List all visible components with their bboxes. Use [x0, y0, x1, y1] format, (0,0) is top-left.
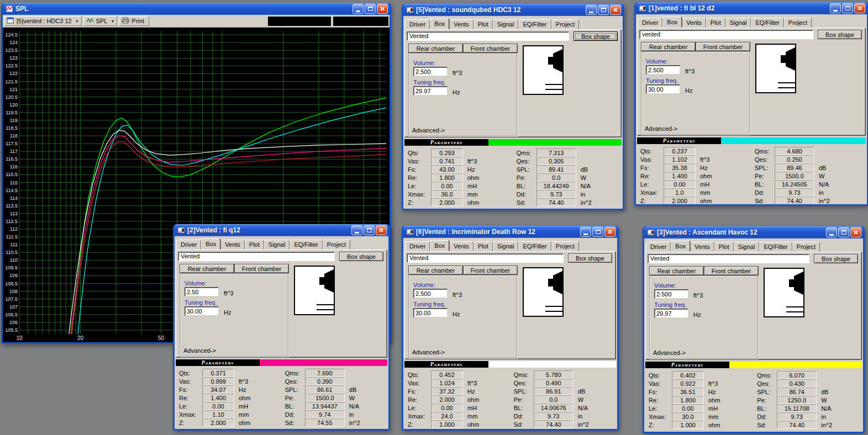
- tab-vents[interactable]: Vents: [449, 19, 474, 29]
- tab-driver[interactable]: Driver: [405, 19, 430, 29]
- tab-box[interactable]: Box: [430, 240, 449, 251]
- titlebar[interactable]: [6]Vented : Incriminator Death Row 12 ✕: [403, 226, 617, 238]
- print-button[interactable]: Print: [119, 16, 149, 26]
- tab-signal[interactable]: Signal: [734, 242, 760, 252]
- close-button[interactable]: ✕: [377, 4, 388, 14]
- tab-driver[interactable]: Driver: [176, 240, 201, 250]
- rear-chamber-button[interactable]: Rear chamber: [408, 44, 463, 53]
- titlebar[interactable]: [5]Vented : soundqubed HDC3 12 ✕: [403, 4, 623, 16]
- minimize-button[interactable]: [830, 3, 841, 13]
- parameter-row: Qts:0.237: [640, 147, 749, 155]
- titlebar[interactable]: [3]Vented : Ascendant Havoc 12 ✕: [644, 226, 863, 238]
- parameters-header: Parameters: [637, 137, 866, 144]
- tab-box[interactable]: Box: [201, 238, 220, 250]
- tab-eq-filter[interactable]: EQ/Filter: [751, 18, 783, 28]
- tab-signal[interactable]: Signal: [493, 241, 519, 251]
- maximize-icon: [596, 230, 601, 234]
- tuning-freq-input[interactable]: [413, 86, 448, 96]
- rear-chamber-button[interactable]: Rear chamber: [649, 266, 704, 275]
- volume-input[interactable]: [646, 65, 680, 75]
- close-button[interactable]: ✕: [850, 227, 861, 237]
- maximize-button[interactable]: [842, 3, 853, 13]
- minimize-button[interactable]: [586, 5, 597, 15]
- tab-project[interactable]: Project: [551, 241, 579, 251]
- tab-eq-filter[interactable]: EQ/Filter: [518, 241, 551, 251]
- box-shape-button[interactable]: Box shape: [818, 30, 862, 39]
- rear-chamber-button[interactable]: Rear chamber: [408, 266, 463, 275]
- tab-signal[interactable]: Signal: [264, 240, 290, 250]
- titlebar[interactable]: [2]Vented : fi q12 ✕: [175, 224, 388, 236]
- close-button[interactable]: ✕: [610, 5, 621, 15]
- box-type-field[interactable]: vented: [639, 30, 813, 39]
- tab-box[interactable]: Box: [430, 18, 449, 29]
- advanced-button[interactable]: Advanced->: [645, 125, 677, 132]
- tab-plot[interactable]: Plot: [714, 242, 734, 252]
- front-chamber-button[interactable]: Front chamber: [463, 44, 518, 53]
- advanced-button[interactable]: Advanced->: [653, 349, 686, 356]
- tab-eq-filter[interactable]: EQ/Filter: [518, 19, 551, 29]
- box-type-field[interactable]: Vented: [407, 253, 564, 263]
- maximize-button[interactable]: [838, 227, 849, 237]
- tab-vents[interactable]: Vents: [220, 240, 245, 250]
- box-type-field[interactable]: Vented: [178, 252, 335, 261]
- tab-plot[interactable]: Plot: [474, 241, 493, 251]
- volume-input[interactable]: [413, 67, 448, 76]
- box-shape-button[interactable]: Box shape: [814, 254, 858, 263]
- graph-type-dropdown[interactable]: SPL ▼: [83, 16, 118, 26]
- tab-signal[interactable]: Signal: [725, 18, 751, 28]
- maximize-button[interactable]: [365, 4, 376, 14]
- box-shape-button[interactable]: Box shape: [568, 253, 612, 263]
- minimize-button[interactable]: [351, 225, 362, 235]
- tab-vents[interactable]: Vents: [690, 242, 714, 252]
- box-type-field[interactable]: Vented: [648, 254, 809, 263]
- tab-vents[interactable]: Vents: [449, 241, 474, 251]
- tab-project[interactable]: Project: [792, 242, 820, 252]
- tab-driver[interactable]: Driver: [638, 18, 662, 28]
- minimize-button[interactable]: [826, 227, 837, 237]
- tab-plot[interactable]: Plot: [706, 18, 725, 28]
- maximize-button[interactable]: [364, 225, 375, 235]
- tab-eq-filter[interactable]: EQ/Filter: [759, 242, 792, 252]
- advanced-button[interactable]: Advanced->: [412, 127, 445, 134]
- box-shape-button[interactable]: Box shape: [339, 252, 383, 261]
- tab-vents[interactable]: Vents: [682, 18, 706, 28]
- close-button[interactable]: ✕: [604, 227, 616, 237]
- tuning-freq-input[interactable]: [646, 84, 680, 94]
- tab-box[interactable]: Box: [671, 241, 690, 252]
- volume-input[interactable]: [654, 289, 688, 299]
- advanced-button[interactable]: Advanced->: [412, 349, 445, 356]
- advanced-button[interactable]: Advanced->: [183, 347, 216, 354]
- maximize-button[interactable]: [598, 5, 609, 15]
- volume-input[interactable]: [413, 289, 448, 298]
- spl-titlebar[interactable]: SPL ✕: [3, 3, 390, 15]
- tab-driver[interactable]: Driver: [405, 241, 430, 251]
- box-shape-button[interactable]: Box shape: [574, 31, 618, 41]
- tab-eq-filter[interactable]: EQ/Filter: [290, 240, 322, 250]
- tuning-freq-input[interactable]: [654, 309, 688, 318]
- tab-signal[interactable]: Signal: [493, 19, 519, 29]
- tab-plot[interactable]: Plot: [474, 19, 493, 29]
- tab-box[interactable]: Box: [662, 17, 682, 28]
- front-chamber-button[interactable]: Front chamber: [696, 42, 750, 51]
- close-button[interactable]: ✕: [854, 3, 865, 13]
- rear-chamber-button[interactable]: Rear chamber: [641, 42, 696, 51]
- volume-input[interactable]: [185, 287, 219, 296]
- minimize-button[interactable]: [353, 4, 364, 14]
- tuning-freq-input[interactable]: [185, 306, 219, 316]
- tab-project[interactable]: Project: [323, 240, 350, 250]
- front-chamber-button[interactable]: Front chamber: [234, 264, 289, 273]
- tuning-freq-input[interactable]: [413, 308, 448, 317]
- close-button[interactable]: ✕: [376, 225, 387, 235]
- front-chamber-button[interactable]: Front chamber: [463, 266, 518, 275]
- maximize-button[interactable]: [592, 227, 603, 237]
- tab-project[interactable]: Project: [551, 19, 579, 29]
- rear-chamber-button[interactable]: Rear chamber: [180, 264, 234, 273]
- tab-project[interactable]: Project: [784, 18, 812, 28]
- front-chamber-button[interactable]: Front chamber: [704, 266, 759, 275]
- titlebar[interactable]: [1]vented : fi bl 12 d2 ✕: [636, 2, 867, 14]
- tab-plot[interactable]: Plot: [245, 240, 264, 250]
- driver-selector-dropdown[interactable]: [5]vented : HDC3 12 ▼: [4, 16, 82, 26]
- tab-driver[interactable]: Driver: [646, 242, 671, 252]
- box-type-field[interactable]: Vented: [407, 31, 569, 41]
- minimize-button[interactable]: [580, 227, 591, 237]
